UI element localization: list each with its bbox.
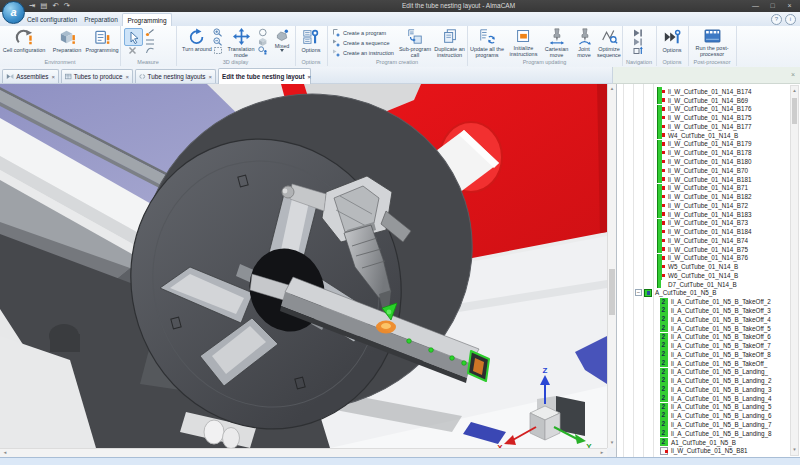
turn-around-button[interactable]: Turn around <box>180 28 214 52</box>
tree-item[interactable]: li_W_CutTube_01_N14_B71 <box>617 183 789 192</box>
tree-item[interactable]: li_W_CutTube_01_N14_B178 <box>617 148 789 157</box>
doc-tab-tubes-to-produce[interactable]: Tubes to produce × <box>61 69 133 83</box>
tree-expander-icon[interactable] <box>635 289 642 296</box>
tree-item[interactable]: li_A_CutTube_01_N5_B_Landing_3 <box>617 385 789 394</box>
close-panel-icon[interactable]: × <box>791 71 795 79</box>
tree-item[interactable]: li_W_CutTube_01_N14_B175 <box>617 113 789 122</box>
sub-program-call-button[interactable]: Sub-program call <box>398 28 432 58</box>
mixed-button[interactable]: Mixed <box>270 28 294 52</box>
almacam-logo[interactable]: a <box>2 1 25 24</box>
nav-first-instruction-button[interactable] <box>632 28 644 37</box>
tree-item[interactable]: A_CutTube_01_N5_B <box>617 289 789 298</box>
close-button[interactable]: × <box>781 0 798 12</box>
tree-item[interactable]: li_A_CutTube_01_N5_B_TakeOff_8 <box>617 350 789 359</box>
nav-go-to-button[interactable] <box>632 46 644 55</box>
redo-icon[interactable]: ↷ <box>64 0 70 12</box>
options-2-button[interactable]: Options <box>659 28 685 53</box>
tab-preparation[interactable]: Preparation <box>80 13 122 26</box>
zoom-out-button[interactable] <box>212 37 224 46</box>
scroll-left-icon[interactable]: ◄ <box>1 449 9 457</box>
viewport-horizontal-scrollbar[interactable]: ◄ ► <box>0 448 607 457</box>
cartesian-move-button[interactable]: Cartesian move <box>542 28 571 58</box>
3d-viewport[interactable]: Z X Y <box>0 84 607 448</box>
create-a-program-button[interactable]: Create a program <box>332 28 386 37</box>
doc-tab-tube-nesting-layouts[interactable]: Tube nesting layouts × <box>135 69 216 83</box>
tree-item[interactable]: W6_CutTube_01_N14_B <box>617 271 789 280</box>
scroll-up-icon[interactable]: ▲ <box>608 85 616 93</box>
maximize-button[interactable]: □ <box>764 0 781 12</box>
scroll-down-icon[interactable]: ▼ <box>791 446 799 454</box>
view-cube-button[interactable] <box>257 37 269 46</box>
import-icon[interactable]: ⇥ <box>29 0 35 12</box>
tree-item[interactable]: li_W_CutTube_01_N14_B72 <box>617 201 789 210</box>
programming-button[interactable]: Programming <box>84 28 120 53</box>
tree-item[interactable]: li_A_CutTube_01_N5_B_TakeOff_2 <box>617 297 789 306</box>
tree-item[interactable]: li_W_CutTube_01_N14_B176 <box>617 105 789 114</box>
help-icon[interactable]: ? <box>771 14 782 25</box>
tree-item[interactable]: li_A_CutTube_01_N5_B_TakeOff_3 <box>617 306 789 315</box>
select-tool-button[interactable] <box>124 28 143 46</box>
scroll-up-icon[interactable]: ▲ <box>791 87 799 95</box>
tree-item[interactable]: li_W_CutTube_01_N14_B174 <box>617 87 789 96</box>
preparation-button[interactable]: Preparation <box>49 28 85 53</box>
tree-item[interactable]: li_W_CutTube_01_N14_B73 <box>617 218 789 227</box>
zoom-in-button[interactable] <box>212 28 224 37</box>
tree-item[interactable]: li_W_CutTube_01_N14_B179 <box>617 140 789 149</box>
tree-item[interactable]: li_W_CutTube_01_N14_B76 <box>617 254 789 263</box>
options-button[interactable]: Options <box>298 28 324 53</box>
zoom-fit-button[interactable] <box>212 46 224 55</box>
nav-next-instruction-button[interactable] <box>632 37 644 46</box>
scrollbar-thumb[interactable] <box>792 98 797 124</box>
close-tab-icon[interactable]: × <box>308 74 312 80</box>
tree-item[interactable]: li_A_CutTube_01_N5_B_Landing_2 <box>617 376 789 385</box>
tree-item[interactable]: li_W_CutTube_01_N14_B69 <box>617 96 789 105</box>
save-icon[interactable]: ▤ <box>40 0 47 12</box>
scroll-right-icon[interactable]: ► <box>598 449 606 457</box>
joint-move-button[interactable]: Joint move <box>572 28 596 58</box>
tree-item[interactable]: li_A_CutTube_01_N5_B_Landing_ <box>617 368 789 377</box>
doc-tab-edit-tube-nesting-layout[interactable]: Edit the tube nesting layout × <box>218 68 311 84</box>
run-post-processor-button[interactable]: Run the post-processor <box>692 28 732 57</box>
tree-item[interactable]: li_W_CutTube_01_N14_B177 <box>617 122 789 131</box>
tree-item[interactable]: D7_CutTube_01_N14_B <box>617 280 789 289</box>
tree-item[interactable]: li_A_CutTube_01_N5_B_Landing_4 <box>617 394 789 403</box>
scroll-down-icon[interactable]: ▼ <box>608 439 616 447</box>
tree-item[interactable]: li_W_CutTube_01_N14_B182 <box>617 192 789 201</box>
measure-arc-button[interactable] <box>144 45 156 54</box>
undo-icon[interactable]: ↶ <box>52 0 58 12</box>
tree-item[interactable]: li_A_CutTube_01_N5_B_Landing_5 <box>617 403 789 412</box>
view-observer-button[interactable] <box>257 46 269 55</box>
tree-item[interactable]: li_A_CutTube_01_N5_B_TakeOff_5 <box>617 324 789 333</box>
tree-item[interactable]: li_W_CutTube_01_N14_B70 <box>617 166 789 175</box>
delete-selection-button[interactable] <box>126 46 138 55</box>
viewport-vertical-scrollbar[interactable]: ▲ ▼ <box>607 84 616 448</box>
measure-point-button[interactable] <box>144 28 156 37</box>
tree-item[interactable]: W4_CutTube_01_N14_B <box>617 131 789 140</box>
optimize-sequence-button[interactable]: Optimize sequence <box>597 28 621 58</box>
create-a-sequence-button[interactable]: Create a sequence <box>332 38 389 47</box>
tree-item[interactable]: li_A_CutTube_01_N5_B_TakeOff_4 <box>617 315 789 324</box>
update-all-programs-button[interactable]: Update all the programs <box>469 28 505 58</box>
doc-tab-assemblies[interactable]: Assemblies × <box>2 69 59 83</box>
tree-item[interactable]: A1_CutTube_01_N5_B <box>617 438 789 447</box>
info-icon[interactable]: i <box>785 14 796 25</box>
close-tab-icon[interactable]: × <box>51 74 55 80</box>
duplicate-an-instruction-button[interactable]: Duplicate an instruction <box>434 28 465 58</box>
tree-item[interactable]: li_W_CutTube_01_N14_B181 <box>617 175 789 184</box>
tree-item[interactable]: li_A_CutTube_01_N5_B_Landing_8 <box>617 429 789 438</box>
initialize-instructions-button[interactable]: Initialize instructions <box>507 28 540 57</box>
tree-item[interactable]: li_A_CutTube_01_N5_B_TakeOff_ <box>617 359 789 368</box>
tree-item[interactable]: li_W_CutTube_01_N14_B75 <box>617 245 789 254</box>
tree-item[interactable]: li_A_CutTube_01_N5_B_Landing_6 <box>617 411 789 420</box>
tree-item[interactable]: li_W_CutTube_01_N14_B74 <box>617 236 789 245</box>
tree-item[interactable]: li_W_CutTube_01_N14_B184 <box>617 227 789 236</box>
tree-item[interactable]: li_A_CutTube_01_N5_B_TakeOff_6 <box>617 332 789 341</box>
tree-scrollbar[interactable]: ▲ ▼ <box>790 85 799 456</box>
tree-item[interactable]: li_A_CutTube_01_N5_B_TakeOff_7 <box>617 341 789 350</box>
tree-item[interactable]: li_W_CutTube_01_N14_B180 <box>617 157 789 166</box>
minimize-button[interactable]: — <box>747 0 764 12</box>
create-an-instruction-button[interactable]: Create an instruction <box>332 48 394 57</box>
view-sphere-button[interactable] <box>257 28 269 37</box>
close-tab-icon[interactable]: × <box>208 74 212 80</box>
tab-cell-configuration[interactable]: Cell configuration <box>26 13 78 26</box>
